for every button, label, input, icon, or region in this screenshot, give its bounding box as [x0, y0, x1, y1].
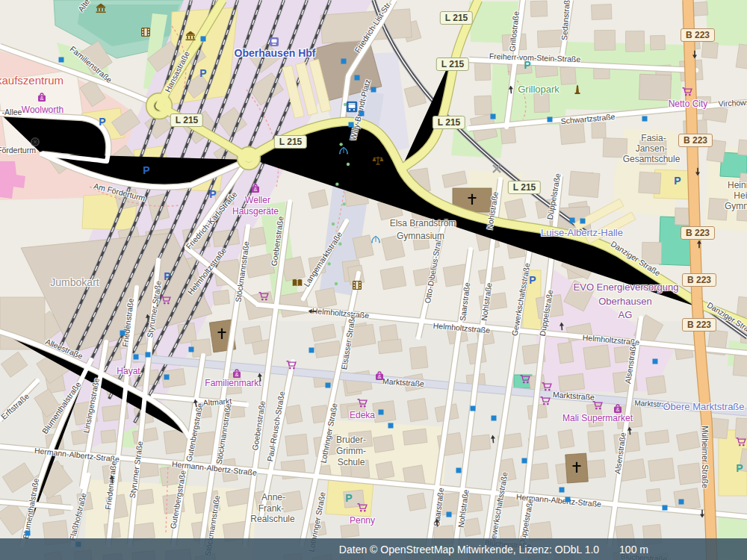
attribution-text: Daten © OpenStreetMap Mitwirkende, Lizen…: [339, 544, 599, 556]
scale-label: 100 m: [619, 544, 648, 556]
map-canvas: [0, 0, 747, 560]
map-viewport[interactable]: HansastraßeFamilienstraßeAlteAm Fördertu…: [0, 0, 747, 560]
attribution-bar: Daten © OpenStreetMap Mitwirkende, Lizen…: [0, 538, 747, 560]
